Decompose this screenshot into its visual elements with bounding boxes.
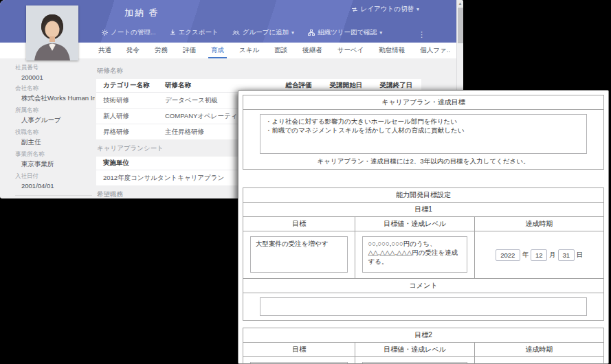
tab-ikusei-active[interactable]: 育成 (203, 43, 232, 58)
comment-body (243, 293, 603, 320)
goal1-column-headers: 目標 目標値・達成レベル 達成時期 (243, 217, 603, 231)
export-label: エクスポート (179, 28, 219, 37)
development-goal-section: 能力開発目標設定 目標1 目標 目標値・達成レベル 達成時期 大型案件の受注を増… (243, 187, 604, 321)
tab-hyoka[interactable]: 評価 (175, 43, 203, 58)
career-plan-title: キャリアプラン・達成目標 (243, 95, 603, 110)
profile-toolbar: ノートの管理... エクスポート グループに追加 ▾ (102, 28, 382, 37)
scrollbar-up-button[interactable]: ▲ (457, 0, 463, 7)
field-value: 人事グループ (15, 116, 95, 125)
col-target-level: 目標値・達成レベル (355, 343, 474, 356)
employee-name: 加納 香 (124, 7, 159, 19)
tab-kojin-file[interactable]: 個人ファ.. (412, 43, 458, 58)
goal1-month-input[interactable]: 12 (531, 249, 547, 261)
tab-survey[interactable]: サーベイ (330, 43, 372, 58)
field-label: 会社名称 (15, 84, 95, 93)
col-achieve-date: 達成時期 (475, 217, 603, 231)
goal1-date-cell: 2022 年 12 月 31 日 (475, 231, 603, 278)
col-achieve-date: 達成時期 (475, 343, 603, 356)
cell-career-plan: 2012年度コンサルタントキャリアプラン (96, 174, 224, 183)
employee-info-sidebar: 社員番号 200001 会社名称 株式会社Works Human In... 所… (15, 64, 95, 196)
org-tree-label: 組織ツリー図で確認 (318, 28, 377, 37)
goal1-goal-textarea[interactable]: 大型案件の受注を増やす (250, 236, 348, 273)
tab-kintai[interactable]: 勤怠情報 (371, 43, 412, 58)
field-label: 役職名称 (15, 128, 95, 137)
goal2-target-cell: ①一人で訪問準備をやりきり ②一人で訪問し ③一人でフッキングしきる (355, 357, 474, 364)
scrollbar-thumb[interactable] (458, 8, 463, 43)
month-unit-label: 月 (549, 251, 556, 260)
goal1-row: 大型案件の受注を増やす ○○,○○○,○○○円のうち、△△,△△△,△△△円の受… (243, 231, 603, 279)
comment-textarea[interactable] (260, 297, 587, 316)
field-hire-date: 入社日付 2001/04/01 (15, 172, 95, 190)
tab-kyotsu[interactable]: 共通 (91, 43, 119, 58)
comment-title: コメント (243, 279, 603, 293)
year-unit-label: 年 (522, 251, 529, 260)
more-menu-button[interactable]: ⋮ (418, 30, 425, 39)
field-label: 入社日付 (15, 172, 95, 181)
goal2-label: 目標2 (243, 328, 603, 343)
field-company-name: 会社名称 株式会社Works Human In... (15, 84, 95, 103)
field-office-name: 事業所名称 東京事業所 (15, 150, 95, 169)
tab-hatsurei[interactable]: 発令 (119, 43, 147, 58)
add-to-group-icon (232, 30, 240, 36)
chevron-down-icon: ▾ (379, 30, 382, 36)
cell-category: 技術研修 (96, 96, 158, 105)
field-label: 事業所名称 (15, 150, 95, 159)
chevron-down-icon: ▾ (416, 6, 419, 12)
cell-category: 昇格研修 (96, 128, 158, 137)
field-value: 株式会社Works Human In... (15, 94, 95, 103)
field-label: 社員番号 (15, 64, 95, 72)
career-plan-section: キャリアプラン・達成目標 ・より社会に対する影響力の大きいホールセール部門を作り… (243, 95, 604, 170)
career-goal-dialog: キャリアプラン・達成目標 ・より社会に対する影響力の大きいホールセール部門を作り… (238, 90, 609, 364)
goal2-section: 目標2 目標 目標値・達成レベル 達成時期 新卒メンバーのフォロー ①できること… (243, 328, 604, 364)
org-tree-icon (308, 30, 315, 36)
col-target-level: 目標値・達成レベル (355, 217, 474, 231)
goal1-day-input[interactable]: 31 (558, 249, 575, 261)
day-unit-label: 日 (577, 251, 584, 260)
field-position-name: 役職名称 副主任 (15, 128, 95, 147)
field-employee-number: 社員番号 200001 (15, 64, 95, 81)
career-plan-body: ・より社会に対する影響力の大きいホールセール部門を作りたい ・前職でのマネジメン… (243, 110, 603, 154)
goal1-year-input[interactable]: 2022 (496, 249, 520, 261)
col-goal: 目標 (243, 343, 355, 356)
chevron-down-icon: ▾ (291, 30, 294, 36)
employee-photo (26, 5, 78, 60)
field-value: 東京事業所 (15, 160, 95, 169)
career-plan-note: キャリアプラン・達成目標には2、3年以内の目標を入力してください。 (243, 154, 603, 169)
org-tree-button[interactable]: 組織ツリー図で確認 ▾ (308, 28, 382, 37)
field-label: 所属名称 (15, 106, 95, 115)
goal1-goal-cell: 大型案件の受注を増やす (243, 231, 355, 278)
gear-icon (102, 30, 108, 36)
screenshot-canvas: 加納 香 レイアウトの切替 ▾ ノートの管理... (0, 0, 611, 364)
col-start-date: 受講開始日 (321, 81, 371, 90)
tab-kokeisha[interactable]: 後継者 (295, 43, 330, 58)
cell-category: 新人研修 (96, 112, 158, 121)
field-value: 200001 (15, 73, 95, 81)
goal1-target-textarea[interactable]: ○○,○○○,○○○円のうち、△△,△△△,△△△円の受注を達成する。 (362, 236, 467, 273)
tab-romu[interactable]: 労務 (147, 43, 175, 58)
career-plan-textarea[interactable]: ・より社会に対する影響力の大きいホールセール部門を作りたい ・前職でのマネジメン… (260, 114, 587, 154)
layout-switch-label: レイアウトの切替 (361, 5, 414, 14)
goal1-target-cell: ○○,○○○,○○○円のうち、△△,△△△,△△△円の受注を達成する。 (355, 231, 474, 278)
development-section-title: 能力開発目標設定 (243, 188, 603, 203)
field-value: 2001/04/01 (15, 182, 95, 190)
add-to-group-label: グループに追加 (243, 28, 289, 37)
col-jisshi-tani: 実施単位 (96, 159, 129, 168)
layout-switch-button[interactable]: レイアウトの切替 ▾ (351, 5, 419, 14)
goal1-label: 目標1 (243, 203, 603, 217)
export-icon (170, 30, 176, 36)
goal2-goal-cell: 新卒メンバーのフォロー ①できること（簡単なこと）を増やしていく ②モチベーショ… (243, 357, 355, 364)
field-value: 副主任 (15, 138, 95, 147)
manage-notes-button[interactable]: ノートの管理... (102, 28, 156, 37)
goal2-date-cell: 2022 年 12 月 31 日 (475, 357, 603, 364)
add-to-group-button[interactable]: グループに追加 ▾ (232, 28, 294, 37)
training-section-title: 研修名称 (97, 67, 421, 76)
col-end-date: 受講終了日 (371, 81, 421, 90)
goal2-column-headers: 目標 目標値・達成レベル 達成時期 (243, 343, 603, 357)
export-button[interactable]: エクスポート (170, 28, 219, 37)
col-training-name: 研修名称 (158, 81, 276, 90)
tab-mendan[interactable]: 面談 (267, 43, 295, 58)
col-goal: 目標 (243, 217, 355, 231)
sidebar-divider (15, 195, 92, 196)
swap-arrows-icon (351, 7, 358, 12)
tab-skill[interactable]: スキル (232, 43, 267, 58)
